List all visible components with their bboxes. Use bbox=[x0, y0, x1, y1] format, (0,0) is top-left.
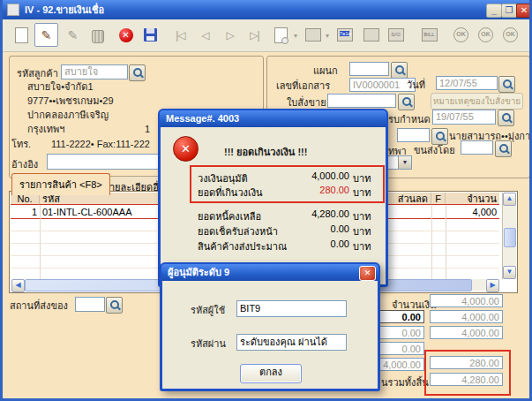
salesman-search-icon[interactable] bbox=[431, 128, 448, 145]
extra-field: 0.00 bbox=[379, 342, 424, 355]
approval-dialog-title: ผู้อนุมัติระดับ 9 bbox=[168, 267, 229, 277]
message-headline: !!! ยอดเกินวงเงิน !!! bbox=[224, 147, 307, 157]
reference-field[interactable] bbox=[47, 154, 167, 170]
date-search-icon[interactable] bbox=[498, 76, 515, 93]
ok-button[interactable]: ตกลง bbox=[240, 364, 302, 383]
ship-by-field[interactable] bbox=[461, 140, 493, 155]
approve-ok-button[interactable]: OK bbox=[449, 23, 473, 47]
row1-qty[interactable]: 4,000 bbox=[446, 206, 499, 218]
message-dialog: Message#. 4003 ✕ !!! ยอดเกินวงเงิน !!! ว… bbox=[158, 109, 388, 287]
print-icon bbox=[305, 28, 321, 42]
so-note-button[interactable]: หมายเหตุของใบสั่งขาย bbox=[431, 93, 523, 110]
sales-order-search-icon[interactable] bbox=[398, 94, 415, 110]
post-ok-button[interactable]: OK bbox=[498, 23, 522, 47]
window-title: IV - 92.ขายเงินเชื่อ bbox=[25, 2, 104, 18]
save-icon bbox=[144, 28, 157, 42]
grand-total-label-fragment: นรวมทั้งสิ้น bbox=[381, 377, 429, 388]
customer-search-icon[interactable] bbox=[129, 64, 146, 81]
after-discount-field: 4,000.00 bbox=[430, 310, 503, 323]
cancel-button[interactable]: ✕ bbox=[114, 23, 138, 47]
dialog-close-icon[interactable]: ✕ bbox=[359, 266, 376, 281]
dept-search-icon[interactable] bbox=[391, 62, 408, 79]
user-id-field[interactable]: BIT9 bbox=[236, 300, 347, 317]
delivery-place-field[interactable] bbox=[75, 297, 105, 312]
close-button[interactable]: ✕ bbox=[516, 4, 532, 18]
last-record-icon: ▷| bbox=[250, 29, 259, 42]
due-date-field[interactable]: 19/07/55 bbox=[432, 110, 496, 125]
tab-product-list[interactable]: รายการสินค้า <F8> bbox=[11, 173, 110, 195]
maximize-button[interactable]: ❐ bbox=[501, 4, 517, 18]
due-date-search-icon[interactable] bbox=[498, 110, 514, 126]
total-amount-field: 4,000.00 bbox=[430, 294, 503, 307]
delete-button[interactable] bbox=[86, 23, 109, 47]
scroll-left-icon[interactable]: ◀ bbox=[11, 279, 25, 292]
print-dropdown-icon[interactable]: ▾ bbox=[326, 32, 329, 40]
device-button[interactable] bbox=[359, 23, 383, 47]
next-record-button[interactable]: ▷ bbox=[218, 23, 242, 47]
app-icon bbox=[7, 4, 19, 16]
password-field[interactable]: ระดับของคุณ ผ่านได้ bbox=[236, 334, 347, 351]
customer-name-text: สบายใจ•จำกัด1 bbox=[27, 81, 94, 92]
dept-field[interactable] bbox=[349, 62, 389, 76]
due-date-label-fragment: รบกำหนด bbox=[388, 114, 431, 125]
salesman-code-field[interactable] bbox=[397, 128, 430, 142]
scroll-right-icon[interactable]: ▶ bbox=[486, 279, 499, 292]
register-icon: 7a1a bbox=[337, 28, 353, 42]
customer-city-text: กรุงเทพฯ bbox=[27, 124, 64, 134]
billing-button[interactable]: BILL bbox=[417, 23, 441, 47]
phone-label: โทร. bbox=[11, 139, 31, 149]
over-limit-unit: บาท bbox=[353, 185, 371, 200]
delivery-place-label: สถานที่ส่งของ bbox=[10, 300, 68, 311]
advance-cheque-label: ยอดเช็ครับล่วงหน้า bbox=[198, 223, 278, 239]
row1-no[interactable]: 1 bbox=[11, 206, 40, 218]
approval-dialog: ผู้อนุมัติระดับ 9 ✕ รหัสผู้ใช้ BIT9 รหัส… bbox=[160, 262, 380, 391]
billing-icon: BILL bbox=[422, 28, 438, 42]
docno-field[interactable]: IV0000001 bbox=[349, 78, 416, 92]
preview-dropdown-icon[interactable]: ▾ bbox=[294, 32, 297, 40]
delivery-search-icon[interactable] bbox=[106, 297, 123, 314]
register-button[interactable]: 7a1a bbox=[333, 23, 356, 47]
net-before-vat-field: 4,000.00 bbox=[430, 326, 503, 339]
table-vertical-scrollbar[interactable]: ▲ ▼ bbox=[502, 193, 516, 279]
message-dialog-titlebar: Message#. 4003 bbox=[160, 110, 386, 127]
post-ok-icon: OK bbox=[503, 27, 518, 42]
customer-code-field[interactable]: สบายใจ bbox=[61, 64, 128, 79]
minimize-button[interactable]: _ bbox=[486, 4, 502, 18]
device-icon bbox=[363, 28, 379, 42]
edit-ok-button[interactable]: OK bbox=[474, 23, 498, 47]
print-button[interactable] bbox=[301, 23, 325, 47]
col-header-qty[interactable]: จำนวน bbox=[446, 193, 499, 205]
first-record-icon: |◁ bbox=[176, 29, 184, 42]
view-document-button[interactable]: ✎ bbox=[61, 23, 85, 47]
reference-label: อ้างอิง bbox=[11, 159, 38, 170]
outstanding-label: ยอดหนี้คงเหลือ bbox=[198, 208, 261, 224]
col-header-discount[interactable]: ส่วนลด bbox=[382, 193, 431, 205]
preview-button[interactable] bbox=[269, 23, 293, 47]
last-record-button[interactable]: ▷| bbox=[243, 23, 266, 47]
new-document-button[interactable] bbox=[10, 23, 34, 47]
next-record-icon: ▷ bbox=[226, 29, 233, 42]
sales-order-button[interactable]: S/O bbox=[384, 23, 408, 47]
view-document-icon: ✎ bbox=[68, 27, 79, 43]
error-icon: ✕ bbox=[173, 136, 199, 162]
sales-order-field[interactable] bbox=[327, 94, 396, 108]
col-header-f[interactable]: F bbox=[431, 193, 446, 205]
trash-icon bbox=[92, 30, 104, 43]
customer-postal-fragment: 1 bbox=[145, 124, 150, 134]
previous-record-button[interactable]: ◁ bbox=[193, 23, 217, 47]
credit-limit-value: 4,000.00 bbox=[279, 170, 349, 181]
save-button[interactable] bbox=[139, 23, 162, 47]
first-record-button[interactable]: |◁ bbox=[169, 23, 192, 47]
ship-by-search-icon[interactable] bbox=[495, 140, 512, 157]
scroll-down-icon[interactable]: ▼ bbox=[503, 266, 516, 279]
over-limit-value: 280.00 bbox=[279, 185, 349, 195]
edit-document-button[interactable]: ✎ bbox=[34, 23, 58, 47]
customer-address2-text: ปากคลองภาษีเจริญ bbox=[27, 110, 109, 120]
approval-dialog-titlebar: ผู้อนุมัติระดับ 9 ✕ bbox=[161, 264, 378, 281]
chevron-down-icon[interactable]: ▼ bbox=[398, 156, 411, 169]
scroll-up-icon[interactable]: ▲ bbox=[503, 193, 516, 206]
date-field[interactable]: 12/07/55 bbox=[436, 76, 498, 90]
discount-field[interactable]: 0.00 bbox=[379, 310, 424, 323]
vscroll-thumb[interactable] bbox=[504, 228, 516, 247]
password-label: รหัสผ่าน bbox=[191, 338, 226, 349]
